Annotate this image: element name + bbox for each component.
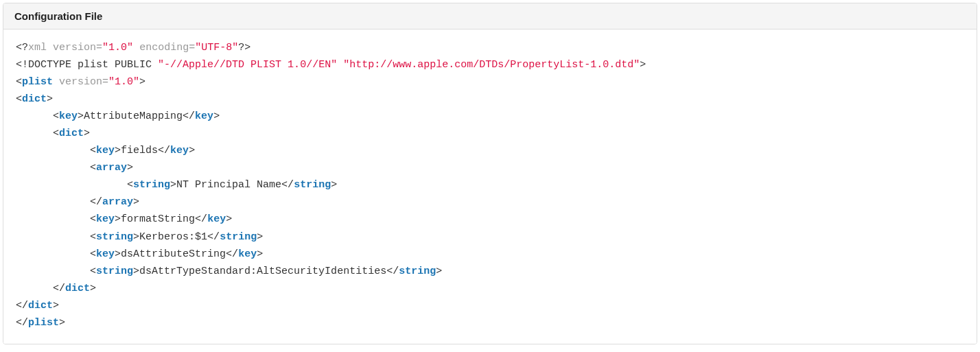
panel-title: Configuration File [3,3,977,30]
config-file-panel: Configuration File <?xml version="1.0" e… [3,3,977,344]
code-block: <?xml version="1.0" encoding="UTF-8"?> <… [3,30,977,344]
